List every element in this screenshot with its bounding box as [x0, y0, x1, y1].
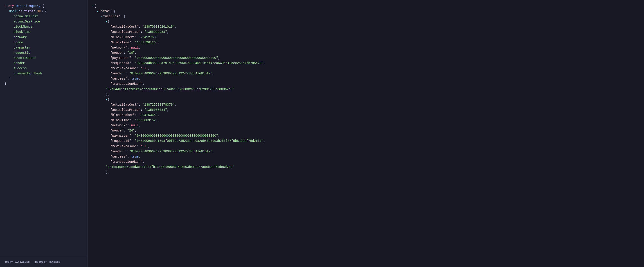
userop-func: userOps — [9, 9, 22, 13]
e2-actualGasPrice: "actualGasPrice": "1356000034", — [92, 107, 640, 113]
field-paymaster: paymaster — [4, 45, 83, 50]
e1-transactionHash-val: "0xf644c1cf4ef81ee4deac65831ad037a3a1367… — [92, 87, 640, 92]
entry2-close: }, — [92, 170, 640, 175]
e1-revertReason: "revertReason": null, — [92, 66, 640, 71]
field-revertReason: revertReason — [4, 55, 83, 61]
e2-paymaster: "paymaster": "0x000000000000000000000000… — [92, 133, 640, 138]
e1-network: "network": null, — [92, 45, 640, 50]
field-actualGasPrice: actualGasPrice — [4, 19, 83, 24]
field-nonce: nonce — [4, 40, 83, 45]
e1-actualGasCost: "actualGasCost": "138709306261019", — [92, 24, 640, 29]
query-editor: query DepositsQuery { userOps(first: 10)… — [0, 0, 88, 257]
bottom-tabs: QUERY VARIABLES REQUEST HEADERS — [0, 257, 88, 267]
field-actualGasCost: actualGasCost — [4, 14, 83, 19]
field-blockNumber: blockNumber — [4, 24, 83, 29]
e1-nonce: "nonce": "10", — [92, 50, 640, 55]
root-open-brace: ▼{ — [92, 3, 640, 9]
collapse-entry1[interactable]: ▼ — [106, 20, 107, 24]
e2-actualGasCost: "actualGasCost": "138725583478370", — [92, 102, 640, 107]
e2-blockTime: "blockTime": "1669809152", — [92, 118, 640, 123]
entry1-open: ▼{ — [92, 19, 640, 24]
userops-key-line: ▼"userOps": [ — [92, 14, 640, 19]
data-key-line: ▼"data": { — [92, 9, 640, 14]
close-outer-brace: } — [4, 81, 83, 86]
tab-request-headers[interactable]: REQUEST HEADERS — [35, 261, 60, 264]
e2-blockNumber: "blockNumber": "29415365", — [92, 113, 640, 118]
query-name: DepositsQuery — [16, 4, 40, 8]
right-panel: ▼{ ▼"data": { ▼"userOps": [ ▼{ "actualGa… — [88, 0, 644, 267]
field-transactionHash: transactionHash — [4, 71, 83, 76]
collapse-userops[interactable]: ▼ — [101, 15, 102, 19]
e2-transactionHash-key: "transactionHash": — [92, 159, 640, 165]
entry1-close: }, — [92, 92, 640, 97]
collapse-entry2[interactable]: ▼ — [106, 98, 107, 102]
e2-requestId: "requestId": "0x04009cb0a13c8f0bf69c7352… — [92, 138, 640, 144]
e1-success: "success": true, — [92, 76, 640, 81]
e1-paymaster: "paymaster": "0x000000000000000000000000… — [92, 55, 640, 61]
e2-transactionHash-val: "0x1bc4ae5069ded3cab72b1fb73b33c806e395c… — [92, 165, 640, 170]
field-success: success — [4, 66, 83, 71]
close-inner-brace: } — [4, 76, 83, 81]
collapse-root[interactable]: ▼ — [92, 5, 94, 8]
tab-query-variables[interactable]: QUERY VARIABLES — [4, 261, 30, 264]
e2-revertReason: "revertReason": null, — [92, 144, 640, 149]
main-container: query DepositsQuery { userOps(first: 10)… — [0, 0, 644, 267]
param-value: 10 — [37, 9, 41, 13]
e1-blockNumber: "blockNumber": "29412768", — [92, 35, 640, 40]
query-keyword: query — [4, 4, 14, 8]
query-line-1: query DepositsQuery { — [4, 3, 83, 9]
e1-requestId: "requestId": "0x02cadb86983a797c0598696c… — [92, 61, 640, 66]
e1-transactionHash-key: "transactionHash": — [92, 81, 640, 86]
e2-success: "success": true, — [92, 154, 640, 159]
userop-line: userOps(first: 10) { — [4, 9, 83, 14]
left-panel: query DepositsQuery { userOps(first: 10)… — [0, 0, 88, 267]
e2-nonce: "nonce": "24", — [92, 128, 640, 133]
e2-sender: "sender": "0xbe0ac48906e4e2f3009be0d1924… — [92, 149, 640, 154]
param-first: first — [24, 9, 34, 13]
field-requestId: requestId — [4, 50, 83, 55]
collapse-data[interactable]: ▼ — [97, 10, 98, 14]
e1-actualGasPrice: "actualGasPrice": "1355999983", — [92, 29, 640, 35]
field-sender: sender — [4, 61, 83, 66]
e2-network: "network": null, — [92, 123, 640, 128]
e1-blockTime: "blockTime": "1669796126", — [92, 40, 640, 45]
field-network: network — [4, 35, 83, 40]
entry2-open: ▼{ — [92, 97, 640, 102]
field-blockTime: blockTime — [4, 29, 83, 35]
e1-sender: "sender": "0xbe0ac48906e4e2f3009be0d1924… — [92, 71, 640, 76]
